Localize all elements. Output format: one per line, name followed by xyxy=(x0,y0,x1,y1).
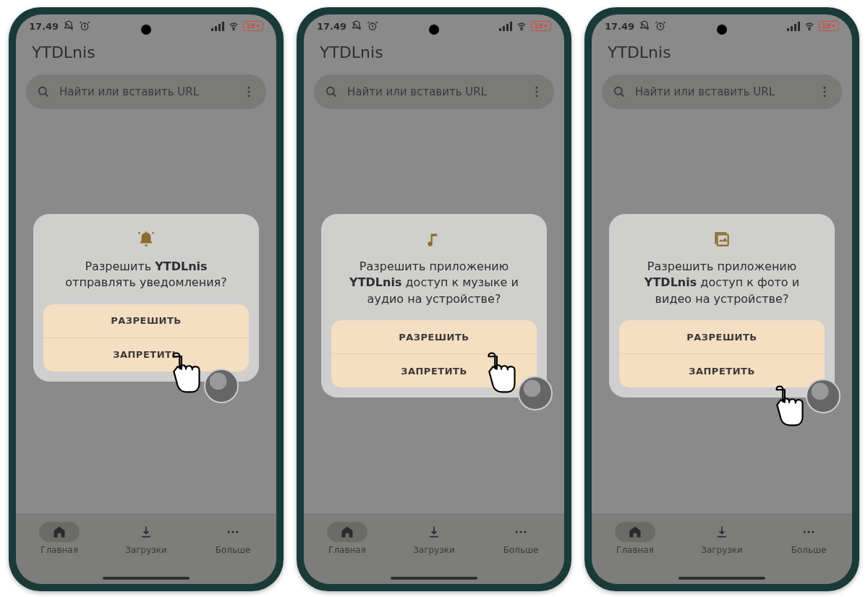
nav-more[interactable]: Больше xyxy=(488,522,553,555)
svg-point-7 xyxy=(248,87,250,89)
nav-more[interactable]: Больше xyxy=(200,522,265,555)
svg-point-21 xyxy=(536,91,538,93)
gesture-bar xyxy=(678,577,765,580)
svg-point-12 xyxy=(236,531,238,533)
phone-frame: 17.49 18✦ YTDLnis Найти или вставить URL xyxy=(297,7,571,591)
battery-badge: 18✦ xyxy=(243,21,263,31)
allow-button[interactable]: РАЗРЕШИТЬ xyxy=(43,304,249,338)
deny-button[interactable]: ЗАПРЕТИТЬ xyxy=(331,353,537,387)
dialog-message: Разрешить приложению YTDLnis доступ к фо… xyxy=(626,259,817,307)
search-icon xyxy=(36,85,51,99)
alarm-icon xyxy=(655,20,666,32)
permission-dialog: Разрешить YTDLnis отправлять уведомления… xyxy=(33,214,259,382)
signal-icon xyxy=(499,21,512,31)
search-bar[interactable]: Найти или вставить URL xyxy=(26,74,266,109)
allow-button[interactable]: РАЗРЕШИТЬ xyxy=(331,320,537,353)
dots-icon xyxy=(226,525,240,539)
svg-point-24 xyxy=(520,531,522,533)
svg-point-33 xyxy=(824,87,826,89)
svg-point-34 xyxy=(824,91,826,93)
svg-point-38 xyxy=(808,531,810,533)
more-vertical-icon[interactable] xyxy=(817,85,832,99)
nav-more-label: Больше xyxy=(503,545,539,555)
bell-icon xyxy=(43,230,249,249)
home-icon xyxy=(340,525,354,539)
nav-more-label: Больше xyxy=(216,545,251,555)
svg-point-11 xyxy=(232,531,234,533)
svg-rect-30 xyxy=(798,22,800,31)
svg-point-8 xyxy=(248,91,250,93)
search-bar[interactable]: Найти или вставить URL xyxy=(314,74,554,109)
svg-point-18 xyxy=(521,29,522,30)
bottom-nav: Главная Загрузки Больше xyxy=(16,514,276,584)
search-bar[interactable]: Найти или вставить URL xyxy=(602,74,842,109)
nav-downloads[interactable]: Загрузки xyxy=(401,522,467,555)
photo-icon xyxy=(619,230,825,249)
svg-rect-2 xyxy=(215,26,217,31)
battery-badge: 18✦ xyxy=(531,21,551,31)
mute-icon xyxy=(639,20,650,32)
camera-notch xyxy=(141,25,151,35)
wifi-icon xyxy=(227,21,240,31)
nav-home-label: Главная xyxy=(328,545,366,555)
app-title: YTDLnis xyxy=(592,35,852,74)
nav-home[interactable]: Главная xyxy=(315,522,380,555)
status-time: 17.49 xyxy=(317,21,346,32)
nav-downloads-label: Загрузки xyxy=(701,545,743,555)
user-avatar xyxy=(204,369,239,403)
svg-point-9 xyxy=(248,95,250,97)
mute-icon xyxy=(63,20,75,32)
svg-point-6 xyxy=(39,87,46,95)
svg-rect-3 xyxy=(218,24,221,31)
dialog-buttons: РАЗРЕШИТЬ ЗАПРЕТИТЬ xyxy=(331,320,537,387)
user-avatar xyxy=(806,379,841,413)
search-placeholder: Найти или вставить URL xyxy=(347,85,487,98)
svg-rect-29 xyxy=(794,24,796,31)
status-time: 17.49 xyxy=(605,21,634,32)
dialog-buttons: РАЗРЕШИТЬ ЗАПРЕТИТЬ xyxy=(619,320,825,387)
nav-home[interactable]: Главная xyxy=(603,522,668,555)
download-icon xyxy=(715,525,729,539)
svg-rect-36 xyxy=(718,235,728,246)
svg-point-5 xyxy=(233,29,234,30)
phone-screen: 17.49 18✦ YTDLnis Найти или вставить URL xyxy=(304,14,564,584)
nav-more[interactable]: Больше xyxy=(776,522,841,555)
svg-point-32 xyxy=(615,87,622,95)
gesture-bar xyxy=(103,577,190,580)
search-placeholder: Найти или вставить URL xyxy=(635,85,775,98)
svg-rect-16 xyxy=(506,24,509,31)
nav-home[interactable]: Главная xyxy=(27,522,92,555)
music-icon xyxy=(331,230,537,249)
user-avatar xyxy=(518,376,553,411)
nav-home-label: Главная xyxy=(616,545,654,555)
deny-button[interactable]: ЗАПРЕТИТЬ xyxy=(43,338,249,371)
deny-button[interactable]: ЗАПРЕТИТЬ xyxy=(619,353,825,387)
more-vertical-icon[interactable] xyxy=(529,85,544,99)
bottom-nav: Главная Загрузки Больше xyxy=(304,514,564,584)
svg-point-20 xyxy=(536,87,538,89)
dialog-buttons: РАЗРЕШИТЬ ЗАПРЕТИТЬ xyxy=(43,304,249,371)
alarm-icon xyxy=(79,20,90,32)
phone-frame: 17.49 18✦ YTDLnis Найти или вставить URL xyxy=(584,7,859,591)
svg-point-22 xyxy=(536,95,538,97)
allow-button[interactable]: РАЗРЕШИТЬ xyxy=(619,320,825,353)
svg-point-37 xyxy=(804,531,806,533)
dialog-message: Разрешить YTDLnis отправлять уведомления… xyxy=(51,259,242,291)
signal-icon xyxy=(787,21,800,31)
app-title: YTDLnis xyxy=(304,35,564,74)
battery-badge: 18✦ xyxy=(819,21,839,31)
gesture-bar xyxy=(391,577,477,580)
nav-downloads[interactable]: Загрузки xyxy=(689,522,754,555)
svg-point-25 xyxy=(524,531,526,533)
nav-downloads[interactable]: Загрузки xyxy=(114,522,179,555)
download-icon xyxy=(139,525,153,539)
nav-downloads-label: Загрузки xyxy=(413,545,455,555)
mute-icon xyxy=(351,20,362,32)
search-placeholder: Найти или вставить URL xyxy=(59,85,199,98)
svg-point-39 xyxy=(812,531,814,533)
svg-rect-14 xyxy=(499,28,501,31)
dots-icon xyxy=(801,525,816,539)
more-vertical-icon[interactable] xyxy=(242,85,256,99)
download-icon xyxy=(427,525,441,539)
app-title: YTDLnis xyxy=(16,35,276,74)
